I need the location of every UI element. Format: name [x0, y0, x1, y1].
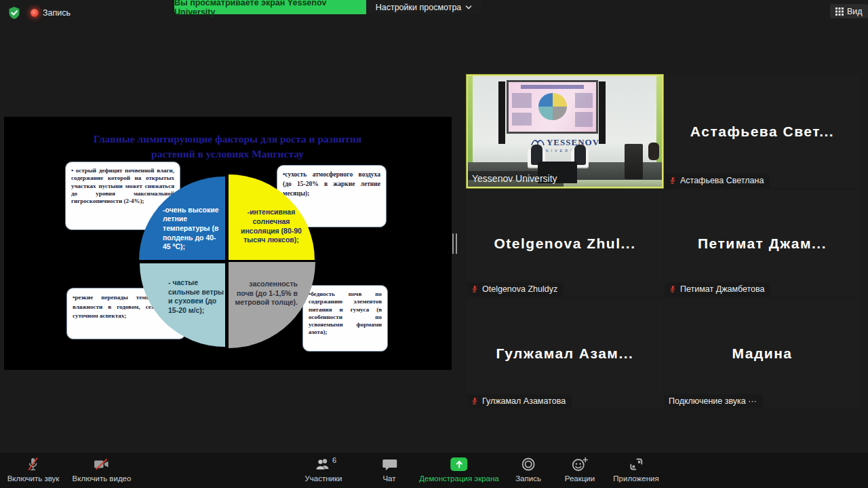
share-screen-icon — [450, 457, 467, 471]
participants-icon: 6 — [315, 456, 332, 472]
muted-mic-icon — [471, 397, 479, 405]
record-label: Запись — [515, 474, 541, 483]
participant-display-name: Петимат Джам... — [665, 190, 860, 297]
view-settings-label: Настройки просмотра — [376, 3, 462, 12]
chat-label: Чат — [382, 474, 395, 483]
participant-display-name: Гулжамал Азам... — [467, 299, 663, 409]
muted-mic-icon — [471, 285, 479, 293]
muted-mic-icon — [669, 176, 677, 185]
speaker-column-right — [599, 81, 606, 144]
participant-name-label: Yessenov University — [468, 171, 564, 187]
participant-name-label: Петимат Джамбетова — [665, 282, 770, 297]
video-tile-participant[interactable]: Гулжамал Азам... Гулжамал Азаматова — [467, 299, 663, 409]
view-button-label: Вид — [847, 7, 863, 16]
chat-button[interactable]: Чат — [381, 456, 397, 483]
chat-bubble-icon — [381, 456, 397, 472]
view-button[interactable]: Вид — [830, 4, 868, 18]
video-tile-yessenov-university[interactable]: YESSENOV UNIVERSITY Yessenov University — [467, 75, 663, 188]
reactions-button[interactable]: Реакции — [565, 456, 595, 483]
apps-button[interactable]: Приложения — [613, 456, 658, 483]
security-shield-icon[interactable] — [7, 6, 21, 20]
video-tile-participant[interactable]: Мадина Подключение звука ··· — [665, 299, 860, 409]
unmute-label: Включить звук — [7, 474, 60, 483]
view-settings-button[interactable]: Настройки просмотра — [366, 0, 481, 14]
participant-name-label: Астафьева Светлана — [665, 174, 770, 188]
slide-title: Главные лимитирующие факторы для роста и… — [73, 132, 382, 161]
recording-dot-icon — [31, 9, 39, 17]
mini-pie-chart — [538, 93, 567, 120]
zoom-app-window: Запись Вы просматриваете экран Yessenov … — [0, 0, 868, 488]
apps-label: Приложения — [613, 474, 658, 483]
share-screen-button[interactable]: Демонстрация экрана — [419, 456, 499, 483]
slide-textbox-poor-soils: •бедность почв по содержанию элементов п… — [302, 285, 388, 352]
participant-display-name: Астафьева Свет... — [665, 75, 860, 188]
participant-name-label: Гулжамал Азаматова — [467, 394, 572, 409]
viewing-screen-banner: Вы просматриваете экран Yessenov Univers… — [174, 0, 366, 14]
presentation-slide: Главные лимитирующие факторы для роста и… — [60, 117, 395, 370]
speaker-column-left — [498, 81, 505, 144]
record-icon — [520, 456, 536, 472]
participants-label: Участники — [305, 474, 342, 483]
video-tile-participant[interactable]: Астафьева Свет... Астафьева Светлана — [665, 75, 860, 188]
reactions-icon — [571, 456, 589, 472]
muted-mic-icon — [669, 285, 677, 293]
participants-count: 6 — [332, 456, 336, 464]
start-video-label: Включить видео — [73, 474, 132, 483]
grid-view-icon — [835, 7, 844, 16]
muted-mic-icon — [25, 456, 41, 472]
video-tile-participant[interactable]: Петимат Джам... Петимат Джамбетова — [665, 190, 860, 297]
participants-button[interactable]: 6 Участники — [305, 456, 342, 483]
participant-display-name: Мадина — [665, 299, 860, 409]
video-tile-participant[interactable]: Otelgenova Zhul... Otelgenova Zhuldyz — [467, 190, 663, 297]
share-screen-label: Демонстрация экрана — [419, 474, 499, 483]
apps-icon — [628, 456, 644, 472]
participant-display-name: Otelgenova Zhul... — [467, 190, 663, 297]
video-off-icon — [93, 456, 111, 472]
record-button[interactable]: Запись — [515, 456, 541, 483]
shared-screen-area: Главные лимитирующие факторы для роста и… — [4, 117, 452, 370]
podium — [625, 144, 643, 179]
participant-name-label: Otelgenova Zhuldyz — [467, 282, 564, 297]
recording-indicator-label: Запись — [43, 8, 71, 18]
unmute-button[interactable]: Включить звук — [7, 456, 60, 483]
person-at-side — [648, 143, 659, 160]
connecting-audio-label: Подключение звука ··· — [665, 394, 763, 409]
chevron-down-icon — [465, 5, 472, 10]
reactions-label: Реакции — [565, 474, 595, 483]
panel-resize-handle[interactable] — [452, 233, 458, 254]
start-video-button[interactable]: Включить видео — [73, 456, 132, 483]
projection-screen — [507, 80, 598, 134]
meeting-toolbar: Включить звук Включить видео 6 Участники — [0, 453, 868, 488]
